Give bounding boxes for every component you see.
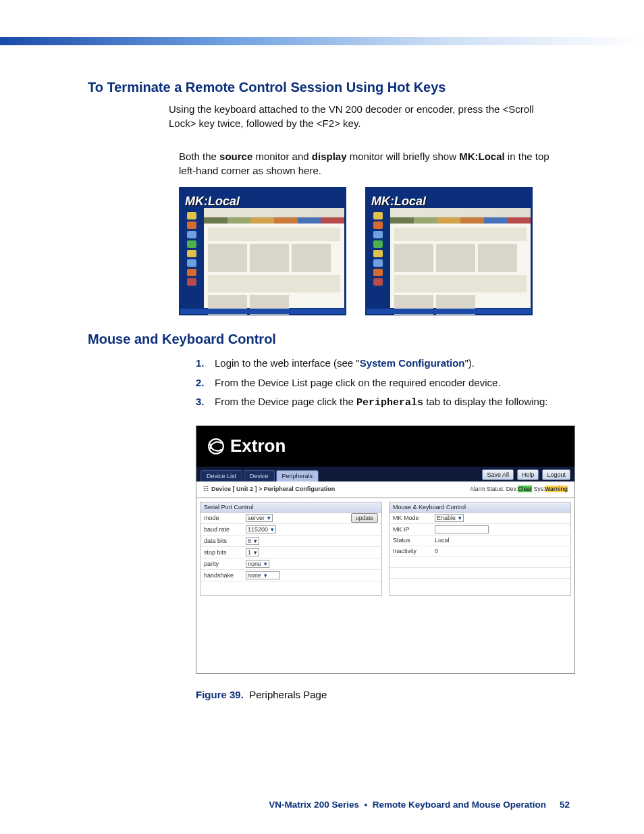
terminate-body: Using the keyboard attached to the VN 20…: [169, 102, 563, 130]
mk-status-value: Local: [431, 535, 570, 546]
heading-terminate: To Terminate a Remote Control Session Us…: [88, 80, 563, 95]
table-row: stop bits 1▾: [200, 546, 381, 558]
mk-control-panel: Mouse & Keyboard Control MK Mode Enable▾…: [389, 502, 571, 596]
extron-logo-icon: [207, 438, 225, 455]
page-footer: VN-Matrix 200 Series • Remote Keyboard a…: [269, 800, 570, 810]
table-row: baud rate 115200▾: [200, 523, 381, 535]
save-all-button[interactable]: Save All: [482, 469, 514, 480]
mk-inactivity-value: 0: [431, 546, 570, 556]
tab-bar: Device List Device Peripherals Save All …: [196, 467, 574, 481]
table-row: MK Mode Enable▾: [390, 513, 570, 524]
mklocal-overlay-label: MK:Local: [371, 194, 426, 209]
table-row: Inactivity 0: [390, 546, 570, 556]
parity-dropdown[interactable]: none▾: [246, 560, 269, 568]
alarm-status: Alarm Status: Dev:Clear Sys:Warning: [470, 486, 568, 492]
table-row: Status Local: [390, 535, 570, 546]
step-2: From the Device List page click on the r…: [196, 373, 563, 393]
mklocal-thumbnails: MK:Local: [179, 187, 563, 315]
table-row: parity none▾: [200, 558, 381, 569]
step-1: Login to the web interface (see "System …: [196, 354, 563, 373]
tab-device[interactable]: Device: [244, 470, 275, 481]
tab-peripherals[interactable]: Peripherals: [276, 470, 319, 481]
tree-icon: ☷: [203, 486, 209, 492]
serial-port-panel: Serial Port Control mode server▾ update …: [200, 502, 382, 596]
system-configuration-link[interactable]: System Configuration: [360, 357, 465, 369]
table-row: MK IP: [390, 523, 570, 535]
mk-control-title: Mouse & Keyboard Control: [390, 502, 570, 513]
table-row: mode server▾ update: [200, 513, 381, 524]
update-button[interactable]: update: [351, 513, 378, 523]
table-row: data bits 8▾: [200, 535, 381, 546]
app-header: Extron: [196, 426, 574, 467]
peripherals-screenshot: Extron Device List Device Peripherals Sa…: [196, 425, 575, 674]
handshake-dropdown[interactable]: none▾: [246, 571, 280, 579]
databits-dropdown[interactable]: 8▾: [246, 537, 259, 545]
mode-dropdown[interactable]: server▾: [246, 514, 273, 522]
note-both-monitors: Both the source monitor and display moni…: [179, 149, 563, 178]
top-gradient: [0, 37, 644, 45]
stopbits-dropdown[interactable]: 1▾: [246, 548, 259, 556]
serial-port-title: Serial Port Control: [200, 502, 381, 513]
heading-mk-control: Mouse and Keyboard Control: [88, 332, 563, 347]
breadcrumb: Device [ Unit 2 ] > Peripheral Configura…: [211, 486, 335, 492]
mkmode-dropdown[interactable]: Enable▾: [435, 514, 464, 522]
baud-dropdown[interactable]: 115200▾: [246, 525, 276, 533]
logout-button[interactable]: Logout: [542, 469, 570, 480]
figure-caption: Figure 39. Peripherals Page: [196, 689, 563, 700]
mklocal-thumb-display: MK:Local: [365, 187, 533, 315]
tab-device-list[interactable]: Device List: [200, 470, 242, 481]
brand-label: Extron: [230, 436, 286, 457]
mkip-input[interactable]: [435, 525, 489, 533]
mklocal-thumb-source: MK:Local: [179, 187, 346, 315]
step-3: From the Device page click the Periphera…: [196, 392, 563, 413]
mklocal-overlay-label: MK:Local: [185, 194, 240, 209]
help-button[interactable]: Help: [517, 469, 539, 480]
table-row: handshake none▾: [200, 569, 381, 581]
